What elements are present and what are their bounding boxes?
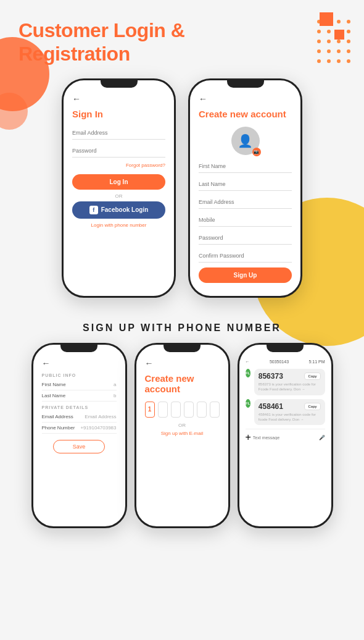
- otp-box-2[interactable]: [158, 402, 168, 418]
- otp-box-3[interactable]: [171, 402, 181, 418]
- phone-notch-2: [227, 80, 264, 88]
- last-name-value[interactable]: b: [114, 393, 116, 398]
- mobile-input[interactable]: [199, 214, 292, 227]
- otp-box-6[interactable]: [210, 402, 220, 418]
- sms-code-1: 856373: [259, 372, 283, 381]
- email-input[interactable]: [72, 127, 165, 140]
- otp-or-divider: OR: [145, 423, 220, 428]
- password-input[interactable]: [72, 145, 165, 158]
- phone-value[interactable]: +919104703983: [80, 425, 116, 431]
- save-button[interactable]: Save: [53, 440, 105, 453]
- sms-time: 5:11 PM: [308, 360, 325, 364]
- last-name-row: Last Name b: [42, 390, 117, 402]
- sms-messages: FL 856373 Copy 856373 is your verificati…: [246, 369, 325, 426]
- sms-desc-2: 458461 is your verification code for fco…: [259, 412, 321, 423]
- sms-code-2: 458461: [259, 402, 283, 411]
- first-name-label: First Name: [42, 382, 66, 387]
- sms-phone-number: 50350143: [270, 360, 289, 364]
- signin-title: Sign In: [72, 109, 165, 119]
- sms-bubble-2: 458461 Copy 458461 is your verification …: [254, 399, 325, 426]
- login-button[interactable]: Log In: [72, 174, 165, 190]
- last-name-label: Last Name: [42, 393, 66, 398]
- phone-row: Phone Number +919104703983: [42, 423, 117, 434]
- plus-icon[interactable]: +: [246, 432, 251, 443]
- back-arrow-profile[interactable]: ←: [42, 358, 117, 368]
- phone-label: Phone Number: [42, 425, 75, 431]
- camera-badge[interactable]: 📷: [252, 148, 261, 156]
- phone-notch-3: [60, 345, 97, 352]
- signin-phone: ← Sign In Forgot password? Log In OR f F…: [62, 78, 176, 298]
- avatar-icon: 👤: [238, 133, 253, 148]
- profile-phone: ← PUBLIC INFO First Name a Last Name b P…: [31, 343, 127, 528]
- send-icon[interactable]: 🎤: [319, 435, 325, 440]
- sms-bubble-1: 856373 Copy 856373 is your verification …: [254, 369, 325, 395]
- otp-box-5[interactable]: [197, 402, 207, 418]
- signup-button[interactable]: Sign Up: [199, 267, 292, 283]
- back-arrow-register[interactable]: ←: [199, 94, 292, 104]
- sms-input-bar[interactable]: + 🎤: [246, 429, 325, 443]
- forgot-password-link[interactable]: Forgot password?: [72, 162, 165, 168]
- copy-button-1[interactable]: Copy: [304, 373, 320, 380]
- reg-password-input[interactable]: [199, 232, 292, 245]
- sms-sender-1: FL: [246, 369, 250, 377]
- page-title: Customer Login & Registration: [19, 19, 345, 66]
- register-title: Create new account: [199, 109, 292, 119]
- otp-box-1[interactable]: 1: [145, 402, 155, 418]
- private-details-label: PRIVATE DETAILS: [42, 405, 117, 410]
- sms-message-1: FL 856373 Copy 856373 is your verificati…: [246, 369, 325, 395]
- phone-notch-1: [101, 80, 138, 88]
- otp-box-4[interactable]: [184, 402, 194, 418]
- otp-title: Create new account: [145, 373, 220, 394]
- sms-text-input[interactable]: [253, 436, 317, 440]
- email-value[interactable]: Email Address: [85, 414, 116, 419]
- signup-email-link[interactable]: Sign up with E-mail: [145, 431, 220, 436]
- email-row: Email Address Email Address: [42, 411, 117, 423]
- back-arrow-signin[interactable]: ←: [72, 94, 165, 104]
- reg-email-input[interactable]: [199, 196, 292, 209]
- copy-button-2[interactable]: Copy: [304, 403, 320, 410]
- sms-message-2: FL 458461 Copy 458461 is your verificati…: [246, 399, 325, 426]
- phone-notch-5: [267, 345, 304, 352]
- header: Customer Login & Registration: [0, 0, 364, 72]
- register-phone: ← Create new account 👤 📷 Sign Up: [188, 78, 302, 298]
- phone-notch-4: [163, 345, 201, 352]
- otp-phone: ← Create new account 1 OR Sign up with E…: [134, 343, 230, 528]
- sms-header: ← 50350143 5:11 PM: [246, 358, 325, 364]
- back-arrow-otp[interactable]: ←: [145, 358, 220, 368]
- confirm-password-input[interactable]: [199, 250, 292, 263]
- public-info-label: PUBLIC INFO: [42, 373, 117, 377]
- first-name-value[interactable]: a: [114, 382, 116, 387]
- phones-row-bottom: ← PUBLIC INFO First Name a Last Name b P…: [0, 343, 364, 547]
- or-divider: OR: [72, 193, 165, 199]
- back-arrow-sms[interactable]: ←: [246, 360, 250, 364]
- sms-phone: ← 50350143 5:11 PM FL 856373 Copy 856373…: [238, 343, 333, 528]
- first-name-input[interactable]: [199, 160, 292, 173]
- phones-row-top: ← Sign In Forgot password? Log In OR f F…: [0, 72, 364, 310]
- sms-desc-1: 856373 is your verification code for Fco…: [259, 382, 321, 392]
- avatar-container: 👤 📷: [199, 127, 292, 155]
- facebook-login-button[interactable]: f Facebook Login: [72, 201, 165, 219]
- first-name-row: First Name a: [42, 379, 117, 390]
- otp-input-group[interactable]: 1: [145, 402, 220, 418]
- facebook-icon: f: [89, 206, 98, 214]
- phone-login-link[interactable]: Login with phone number: [72, 222, 165, 228]
- section-title: SIGN UP WITH PHONE NUMBER: [0, 310, 364, 343]
- email-label: Email Address: [42, 414, 73, 419]
- last-name-input[interactable]: [199, 178, 292, 191]
- sms-sender-2: FL: [246, 399, 250, 408]
- avatar[interactable]: 👤 📷: [231, 127, 260, 155]
